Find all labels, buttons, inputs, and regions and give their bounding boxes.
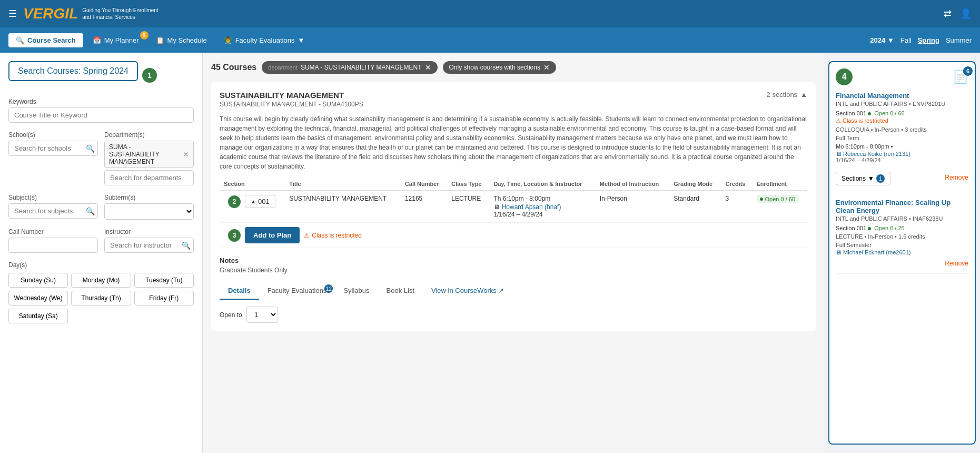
logo-subtitle-1: Guiding You Through Enrollment xyxy=(82,7,158,14)
planner-course-2-title[interactable]: Environmental Finance: Scaling Up Clean … xyxy=(836,199,951,214)
courseworks-link[interactable]: View in CourseWorks ↗ xyxy=(431,287,504,294)
open-status-dot xyxy=(760,198,763,201)
day-sunday[interactable]: Sunday (Su) xyxy=(8,273,68,288)
planner-course-1-instructor[interactable]: 🖥 Rebecca Koike (rem2131) xyxy=(836,151,968,157)
top-bar: ☰ VERGIL Guiding You Through Enrollment … xyxy=(0,0,980,27)
subjects-search-btn[interactable]: 🔍 xyxy=(86,207,95,215)
day-wednesday[interactable]: Wednesday (We) xyxy=(8,291,68,306)
tab-details[interactable]: Details xyxy=(220,282,259,300)
subjects-label: Subject(s) xyxy=(8,194,98,201)
planner-course-2-remove[interactable]: Remove xyxy=(945,260,968,267)
section-number-box[interactable]: ▲ 001 xyxy=(245,195,275,208)
planner-course-1-status-dot xyxy=(868,112,871,115)
my-planner-nav[interactable]: 📅 My Planner 6 xyxy=(85,33,146,47)
logo-text: VERGIL xyxy=(23,5,78,22)
planner-header: 4 📄 6 xyxy=(836,68,968,85)
schools-input[interactable] xyxy=(8,141,98,156)
tab-syllabus[interactable]: Syllabus xyxy=(335,282,378,300)
course-description: This course will begin by clearly defini… xyxy=(220,114,807,171)
sections-count: 2 sections xyxy=(767,91,798,99)
call-number-input[interactable] xyxy=(8,238,98,253)
planner-course-1-details: COLLOQUIA • In-Person • 3 credits xyxy=(836,126,968,133)
add-to-plan-button[interactable]: Add to Plan xyxy=(245,227,300,243)
planner-course-1-title[interactable]: Financial Management xyxy=(836,92,909,100)
course-search-nav[interactable]: 🔍 Course Search xyxy=(8,33,83,47)
search-nav-icon: 🔍 xyxy=(16,36,24,44)
planner-course-1-badge: 1 xyxy=(876,174,885,183)
schools-search-btn[interactable]: 🔍 xyxy=(86,144,95,153)
step-1-bubble: 1 xyxy=(142,68,157,83)
filter-dept-remove[interactable]: ✕ xyxy=(425,63,431,72)
keywords-input[interactable] xyxy=(8,107,194,123)
instructor-link[interactable]: Howard Apsan (hnaf) xyxy=(502,203,561,211)
year-dropdown[interactable]: 2024 ▼ xyxy=(870,36,894,44)
filter-tag-dept[interactable]: department SUMA - SUSTAINABILITY MANAGEM… xyxy=(262,61,437,74)
section-dates: 1/16/24 – 4/29/24 xyxy=(493,211,591,218)
logo-subtitle-2: and Financial Services xyxy=(82,14,158,21)
planner-course-1-restricted: ⚠ Class is restricted xyxy=(836,117,968,124)
schools-label: School(s) xyxy=(8,131,98,139)
planner-count-badge: 6 xyxy=(963,66,973,76)
faculty-dropdown-icon: ▼ xyxy=(298,36,304,44)
step-4-bubble: 4 xyxy=(836,68,853,85)
planner-course-1-status: Open 0 / 66 xyxy=(868,110,905,116)
planner-course-1-remove[interactable]: Remove xyxy=(945,174,968,181)
sections-table: Section Title Call Number Class Type Day… xyxy=(220,178,807,248)
day-friday[interactable]: Friday (Fr) xyxy=(134,291,194,306)
secondary-nav: 🔍 Course Search 📅 My Planner 6 📋 My Sche… xyxy=(0,27,980,53)
faculty-eval-badge: 12 xyxy=(324,284,333,293)
instructor-input[interactable] xyxy=(104,238,194,253)
instructor-icon: 🖥 xyxy=(493,203,500,211)
subjects-input[interactable] xyxy=(8,203,98,219)
filter-tag-sections[interactable]: Only show courses with sections ✕ xyxy=(443,61,556,74)
hamburger-menu[interactable]: ☰ xyxy=(8,8,17,19)
filter-sections-remove[interactable]: ✕ xyxy=(543,63,550,72)
departments-input[interactable] xyxy=(104,170,194,185)
day-saturday[interactable]: Saturday (Sa) xyxy=(8,309,68,323)
department-tag-remove[interactable]: ✕ xyxy=(183,150,189,159)
call-number-label: Call Number xyxy=(8,228,98,235)
my-schedule-nav[interactable]: 📋 My Schedule xyxy=(149,33,214,47)
sections-toggle[interactable]: 2 sections ▲ xyxy=(767,91,807,99)
departments-label: Department(s) xyxy=(104,131,194,139)
planner-course-2-instructor[interactable]: 🖥 Michael Eckhart (me2601) xyxy=(836,249,968,255)
day-monday[interactable]: Monday (Mo) xyxy=(71,273,131,288)
instructor-search-btn[interactable]: 🔍 xyxy=(182,241,191,250)
subterms-select[interactable] xyxy=(104,203,194,220)
notes-section: Notes Graduate Students Only xyxy=(220,257,807,274)
faculty-eval-nav[interactable]: 👨‍🏫 Faculty Evaluations ▼ xyxy=(216,33,312,47)
col-section: Section xyxy=(220,178,285,191)
tab-book-list[interactable]: Book List xyxy=(378,282,423,300)
department-tag: SUMA - SUSTAINABILITY MANAGEMENT ✕ xyxy=(104,141,194,168)
open-to-row: Open to 1 xyxy=(220,307,807,323)
planner-course-1-dates: 1/16/24 – 4/29/24 xyxy=(836,157,968,163)
planner-course-1-schedule: Mo 6:10pm - 8:00pm • xyxy=(836,143,968,150)
notes-title: Notes xyxy=(220,257,807,264)
planner-course-1-sections-btn[interactable]: Sections ▼ 1 xyxy=(836,172,890,185)
compare-icon[interactable]: ⇄ xyxy=(944,8,952,19)
filter-tag-dept-value: SUMA - SUSTAINABILITY MANAGEMENT xyxy=(301,64,422,71)
planner-course-1: Financial Management INTL and PUBLIC AFF… xyxy=(836,92,968,192)
section-credits: 3 xyxy=(721,191,753,223)
sections-chevron-up: ▲ xyxy=(800,91,807,99)
summer-link[interactable]: Summer xyxy=(946,36,972,44)
right-planner-panel: Classes Added To Planner 4 📄 6 Financial… xyxy=(828,61,976,445)
add-to-plan-row: 3 Add to Plan ⚠ Class is restricted xyxy=(220,223,807,248)
days-grid: Sunday (Su) Monday (Mo) Tuesday (Tu) Wed… xyxy=(8,273,194,323)
filter-row: 45 Courses department SUMA - SUSTAINABIL… xyxy=(211,61,816,74)
tab-courseworks[interactable]: View in CourseWorks ↗ xyxy=(423,282,512,300)
section-schedule: Th 6:10pm - 8:00pm 🖥 Howard Apsan (hnaf)… xyxy=(489,191,596,223)
day-thursday[interactable]: Thursday (Th) xyxy=(71,291,131,306)
day-tuesday[interactable]: Tuesday (Tu) xyxy=(134,273,194,288)
section-title: SUSTAINABILITY MANAGEMENT xyxy=(285,191,401,223)
faculty-nav-icon: 👨‍🏫 xyxy=(224,36,232,44)
open-to-select[interactable]: 1 xyxy=(246,307,278,323)
sections-expand-chevron: ▼ xyxy=(868,175,874,182)
spring-link[interactable]: Spring xyxy=(918,36,939,44)
user-icon[interactable]: 👤 xyxy=(960,8,972,19)
tab-faculty-eval[interactable]: Faculty Evaluations 12 xyxy=(259,282,335,300)
search-title-box: Search Courses: Spring 2024 xyxy=(8,61,138,81)
fall-link[interactable]: Fall xyxy=(900,36,912,44)
subterms-label: Subterm(s) xyxy=(104,194,194,201)
main-layout: Search Courses: Spring 2024 1 Keywords S… xyxy=(0,53,980,453)
